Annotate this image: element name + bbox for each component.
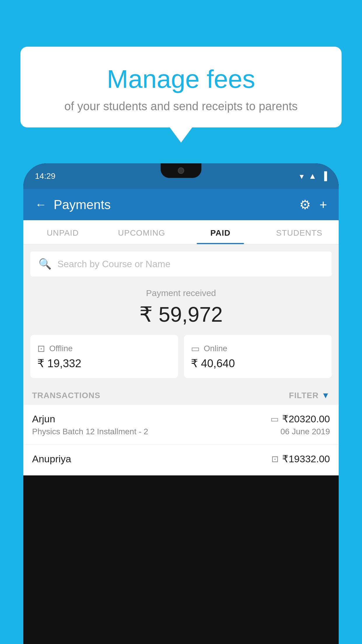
status-icons: ▾ ▲ ▐	[300, 172, 327, 181]
offline-card: ⊡ Offline ₹ 19,332	[30, 335, 178, 378]
transaction-amount: ₹20320.00	[282, 413, 330, 425]
payment-total-amount: ₹ 59,972	[30, 302, 332, 327]
status-bar: 14:29 ▾ ▲ ▐	[23, 163, 339, 189]
filter-icon: ▼	[321, 391, 330, 400]
online-card: ▭ Online ₹ 40,640	[184, 335, 332, 378]
signal-icon: ▲	[308, 172, 317, 181]
camera	[178, 167, 184, 174]
transaction-date: 06 June 2019	[280, 427, 330, 436]
tab-paid[interactable]: PAID	[181, 220, 260, 244]
payment-cards: ⊡ Offline ₹ 19,332 ▭ Online ₹ 40,640	[23, 335, 339, 386]
offline-amount: ₹ 19,332	[37, 357, 171, 370]
online-icon: ▭	[191, 343, 200, 354]
online-amount: ₹ 40,640	[191, 357, 325, 370]
payment-summary: Payment received ₹ 59,972	[23, 276, 339, 335]
transaction-row-top: Arjun ▭ ₹20320.00	[32, 413, 330, 425]
transactions-header: TRANSACTIONS FILTER ▼	[23, 386, 339, 405]
offline-card-header: ⊡ Offline	[37, 343, 171, 354]
offline-icon: ⊡	[37, 343, 45, 354]
phone-notch	[161, 163, 201, 178]
back-button[interactable]: ←	[35, 198, 47, 211]
transactions-list: Arjun ▭ ₹20320.00 Physics Batch 12 Insta…	[23, 405, 339, 475]
tab-unpaid[interactable]: UNPAID	[23, 220, 102, 244]
tab-students[interactable]: STUDENTS	[260, 220, 339, 244]
wifi-icon: ▾	[300, 172, 304, 181]
transaction-name: Arjun	[32, 413, 55, 425]
transaction-name: Anupriya	[32, 453, 71, 465]
payment-received-label: Payment received	[30, 288, 332, 298]
transaction-course: Physics Batch 12 Installment - 2	[32, 427, 148, 436]
transaction-row-top: Anupriya ⊡ ₹19332.00	[32, 453, 330, 465]
transaction-row-bottom: Physics Batch 12 Installment - 2 06 June…	[32, 427, 330, 436]
transaction-item[interactable]: Anupriya ⊡ ₹19332.00	[23, 445, 339, 475]
speech-bubble-heading: Manage fees	[32, 64, 330, 94]
search-icon: 🔍	[38, 258, 52, 270]
tabs-bar: UNPAID UPCOMING PAID STUDENTS	[23, 220, 339, 244]
gear-icon[interactable]: ⚙	[299, 197, 311, 212]
transaction-amount-row: ⊡ ₹19332.00	[271, 453, 330, 465]
search-bar[interactable]: 🔍 Search by Course or Name	[30, 251, 332, 276]
speech-bubble: Manage fees of your students and send re…	[20, 47, 342, 127]
phone-screen: 🔍 Search by Course or Name Payment recei…	[23, 244, 339, 475]
transactions-label: TRANSACTIONS	[32, 391, 100, 400]
header-title: Payments	[54, 197, 111, 212]
online-label: Online	[204, 344, 227, 353]
add-button[interactable]: +	[319, 197, 327, 212]
transaction-amount-row: ▭ ₹20320.00	[270, 413, 330, 425]
online-card-header: ▭ Online	[191, 343, 325, 354]
offline-label: Offline	[49, 344, 73, 353]
search-placeholder: Search by Course or Name	[57, 259, 171, 270]
status-time: 14:29	[35, 172, 55, 181]
payment-type-icon: ⊡	[271, 454, 279, 464]
header-left: ← Payments	[35, 197, 111, 212]
app-header: ← Payments ⚙ +	[23, 189, 339, 220]
transaction-item[interactable]: Arjun ▭ ₹20320.00 Physics Batch 12 Insta…	[23, 405, 339, 445]
filter-button[interactable]: FILTER ▼	[289, 391, 330, 400]
header-right: ⚙ +	[299, 197, 327, 212]
tab-upcoming[interactable]: UPCOMING	[102, 220, 181, 244]
payment-type-icon: ▭	[270, 414, 279, 424]
transaction-amount: ₹19332.00	[282, 453, 330, 465]
speech-bubble-subtext: of your students and send receipts to pa…	[32, 100, 330, 113]
battery-icon: ▐	[321, 172, 327, 181]
phone-frame: 14:29 ▾ ▲ ▐ ← Payments ⚙ + UNPAID UPCOMI…	[23, 163, 339, 644]
